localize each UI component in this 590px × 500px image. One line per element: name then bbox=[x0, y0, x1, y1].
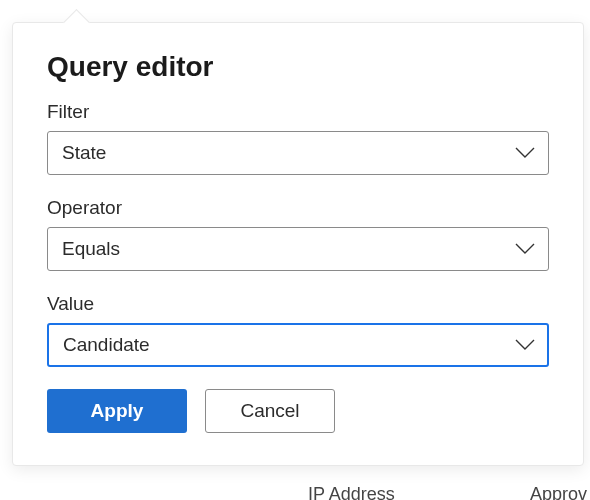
operator-select-value: Equals bbox=[62, 238, 120, 260]
filter-select-value: State bbox=[62, 142, 106, 164]
operator-label: Operator bbox=[47, 197, 549, 219]
value-select-value: Candidate bbox=[63, 334, 150, 356]
panel-title: Query editor bbox=[47, 51, 549, 83]
value-select-wrap: Candidate bbox=[47, 323, 549, 367]
cancel-button[interactable]: Cancel bbox=[205, 389, 335, 433]
apply-button[interactable]: Apply bbox=[47, 389, 187, 433]
button-row: Apply Cancel bbox=[47, 389, 549, 433]
bg-ip-label: IP Address bbox=[308, 484, 395, 500]
filter-select[interactable]: State bbox=[47, 131, 549, 175]
value-label: Value bbox=[47, 293, 549, 315]
operator-select-wrap: Equals bbox=[47, 227, 549, 271]
bg-approv-label: Approv bbox=[530, 484, 587, 500]
operator-select[interactable]: Equals bbox=[47, 227, 549, 271]
value-select[interactable]: Candidate bbox=[47, 323, 549, 367]
filter-select-wrap: State bbox=[47, 131, 549, 175]
query-editor-panel: Query editor Filter State Operator Equal… bbox=[12, 22, 584, 466]
filter-label: Filter bbox=[47, 101, 549, 123]
